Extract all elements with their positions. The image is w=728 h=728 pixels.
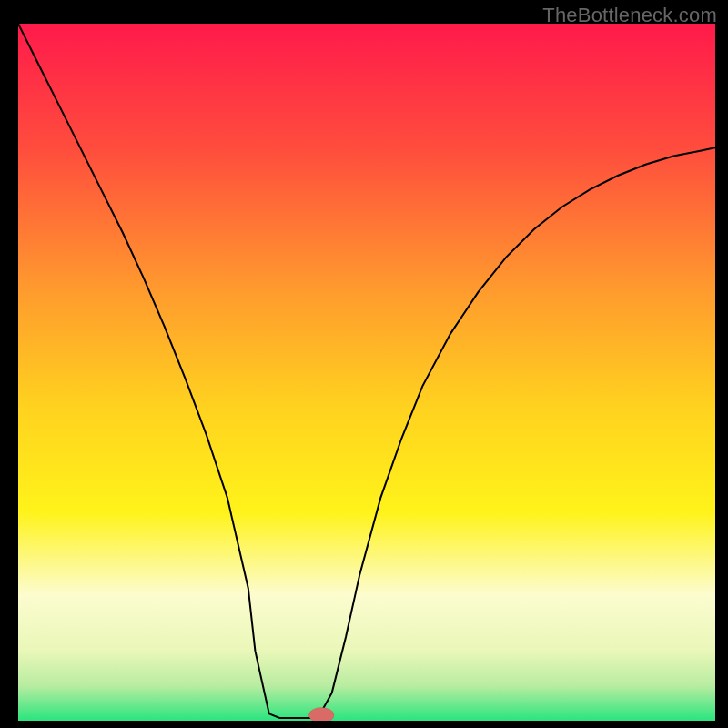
plot-area (18, 24, 715, 721)
chart-background (18, 24, 715, 721)
chart-frame: TheBottleneck.com (0, 0, 728, 728)
watermark-text: TheBottleneck.com (542, 4, 717, 27)
chart-svg (18, 24, 715, 721)
